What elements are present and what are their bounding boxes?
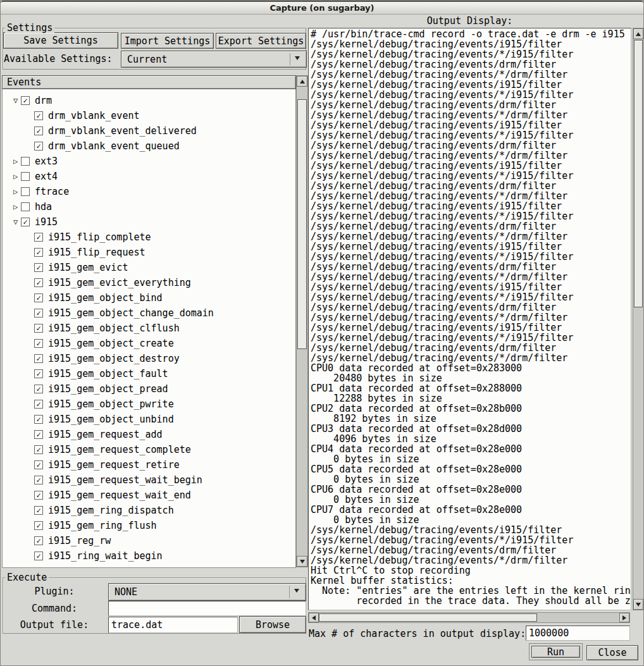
event-checkbox-checked[interactable]: ✓ — [34, 354, 43, 363]
event-checkbox-checked[interactable]: ✓ — [34, 339, 43, 348]
command-input[interactable] — [108, 601, 306, 616]
event-checkbox-unchecked[interactable] — [21, 172, 30, 181]
event-checkbox-checked[interactable]: ✓ — [21, 218, 30, 226]
tree-row-i915_gem_request_wait_begin[interactable]: ✓i915_gem_request_wait_begin — [3, 472, 295, 488]
tree-row-i915[interactable]: ▽✓i915 — [3, 214, 295, 230]
tree-expand-icon[interactable]: ▷ — [10, 157, 21, 166]
run-button[interactable]: Run — [531, 646, 580, 658]
event-checkbox-checked[interactable]: ✓ — [34, 248, 43, 257]
event-checkbox-checked[interactable]: ✓ — [34, 263, 43, 272]
tree-row-hda[interactable]: ▷hda — [3, 199, 295, 214]
event-checkbox-checked[interactable]: ✓ — [34, 142, 43, 151]
tree-row-drm_vblank_event_queued[interactable]: ✓drm_vblank_event_queued — [3, 139, 295, 154]
tree-expand-icon[interactable]: ▷ — [10, 172, 21, 181]
event-checkbox-checked[interactable]: ✓ — [21, 96, 30, 105]
events-scrollbar[interactable] — [296, 75, 308, 567]
tree-collapse-icon[interactable]: ▽ — [10, 96, 21, 105]
event-checkbox-checked[interactable]: ✓ — [34, 491, 43, 500]
event-checkbox-unchecked[interactable] — [21, 187, 30, 196]
tree-row-i915_reg_rw[interactable]: ✓i915_reg_rw — [3, 533, 295, 548]
events-scrollbar-thumb[interactable] — [297, 99, 307, 349]
tree-row-i915_gem_object_fault[interactable]: ✓i915_gem_object_fault — [3, 366, 295, 381]
scroll-up-button[interactable] — [297, 76, 307, 87]
tree-row-i915_gem_object_unbind[interactable]: ✓i915_gem_object_unbind — [3, 412, 295, 427]
event-checkbox-checked[interactable]: ✓ — [34, 430, 43, 439]
event-checkbox-checked[interactable]: ✓ — [34, 309, 43, 318]
tree-row-i915_gem_ring_dispatch[interactable]: ✓i915_gem_ring_dispatch — [3, 503, 295, 518]
event-checkbox-checked[interactable]: ✓ — [34, 415, 43, 424]
browse-button[interactable]: Browse — [239, 616, 306, 633]
tree-expand-icon[interactable]: ▷ — [10, 187, 21, 196]
window-titlebar[interactable]: Capture (on sugarbay) — [1, 1, 643, 15]
output-display-area[interactable]: # /usr/bin/trace-cmd record -o trace.dat… — [308, 28, 631, 610]
scroll-left-button[interactable] — [309, 613, 319, 622]
tree-row-i915_gem_object_bind[interactable]: ✓i915_gem_object_bind — [3, 290, 295, 305]
event-checkbox-checked[interactable]: ✓ — [34, 476, 43, 484]
max-chars-input[interactable] — [526, 626, 630, 641]
plugin-combo[interactable]: NONE — [108, 583, 306, 601]
event-checkbox-checked[interactable]: ✓ — [34, 521, 43, 530]
close-button[interactable]: Close — [586, 645, 638, 660]
event-label: i915_flip_complete — [48, 231, 151, 243]
event-checkbox-checked[interactable]: ✓ — [34, 126, 43, 135]
output-vertical-scrollbar[interactable] — [633, 28, 644, 610]
event-checkbox-checked[interactable]: ✓ — [34, 385, 43, 393]
tree-row-ext4[interactable]: ▷ext4 — [3, 169, 295, 184]
scroll-down-button[interactable] — [297, 556, 307, 567]
event-checkbox-checked[interactable]: ✓ — [34, 552, 43, 560]
event-checkbox-unchecked[interactable] — [21, 157, 30, 166]
tree-row-i915_gem_ring_flush[interactable]: ✓i915_gem_ring_flush — [3, 518, 295, 533]
scroll-right-button[interactable] — [619, 613, 629, 622]
event-checkbox-checked[interactable]: ✓ — [34, 506, 43, 515]
tree-row-i915_flip_request[interactable]: ✓i915_flip_request — [3, 245, 295, 260]
output-hscrollbar-thumb[interactable] — [319, 614, 537, 622]
save-settings-button[interactable]: Save Settings — [3, 32, 118, 49]
output-vscrollbar-thumb[interactable] — [634, 40, 643, 307]
tree-row-drm_vblank_event[interactable]: ✓drm_vblank_event — [3, 108, 295, 123]
tree-row-i915_gem_evict[interactable]: ✓i915_gem_evict — [3, 260, 295, 275]
export-settings-button[interactable]: Export Settings — [216, 33, 306, 49]
tree-row-i915_ring_wait_begin[interactable]: ✓i915_ring_wait_begin — [3, 548, 295, 564]
output-file-input[interactable] — [108, 617, 238, 633]
tree-row-i915_gem_evict_everything[interactable]: ✓i915_gem_evict_everything — [3, 275, 295, 290]
event-checkbox-checked[interactable]: ✓ — [34, 111, 43, 120]
tree-row-i915_gem_object_destroy[interactable]: ✓i915_gem_object_destroy — [3, 351, 295, 366]
tree-row-i915_gem_object_pread[interactable]: ✓i915_gem_object_pread — [3, 381, 295, 397]
event-label: drm_vblank_event_queued — [48, 140, 180, 152]
tree-collapse-icon[interactable]: ▽ — [10, 218, 21, 226]
arrow-right-icon — [622, 615, 629, 620]
tree-row-drm_vblank_event_delivered[interactable]: ✓drm_vblank_event_delivered — [3, 123, 295, 139]
tree-row-ftrace[interactable]: ▷ftrace — [3, 184, 295, 199]
tree-row-i915_gem_object_clflush[interactable]: ✓i915_gem_object_clflush — [3, 321, 295, 336]
scroll-down-button[interactable] — [633, 599, 643, 610]
event-checkbox-checked[interactable]: ✓ — [34, 460, 43, 469]
events-header-label: Events — [7, 77, 41, 88]
event-checkbox-checked[interactable]: ✓ — [34, 293, 43, 302]
tree-row-i915_gem_request_wait_end[interactable]: ✓i915_gem_request_wait_end — [3, 488, 295, 503]
import-settings-button[interactable]: Import Settings — [121, 33, 214, 49]
tree-row-ext3[interactable]: ▷ext3 — [3, 154, 295, 169]
tree-row-i915_flip_complete[interactable]: ✓i915_flip_complete — [3, 230, 295, 245]
events-list-header[interactable]: Events — [2, 75, 296, 89]
tree-row-i915_gem_request_retire[interactable]: ✓i915_gem_request_retire — [3, 457, 295, 472]
tree-row-i915_gem_request_complete[interactable]: ✓i915_gem_request_complete — [3, 442, 295, 457]
event-checkbox-checked[interactable]: ✓ — [34, 536, 43, 545]
available-settings-combo[interactable]: Current — [121, 51, 307, 68]
events-tree[interactable]: ▽✓drm✓drm_vblank_event✓drm_vblank_event_… — [2, 89, 296, 568]
event-checkbox-checked[interactable]: ✓ — [34, 233, 43, 242]
event-checkbox-unchecked[interactable] — [21, 202, 30, 211]
tree-expand-icon[interactable]: ▷ — [10, 202, 21, 211]
scroll-up-button[interactable] — [633, 28, 643, 39]
event-checkbox-checked[interactable]: ✓ — [34, 278, 43, 287]
output-horizontal-scrollbar[interactable] — [308, 612, 630, 623]
tree-row-drm[interactable]: ▽✓drm — [3, 93, 295, 108]
tree-row-i915_gem_object_pwrite[interactable]: ✓i915_gem_object_pwrite — [3, 397, 295, 412]
tree-row-i915_gem_request_add[interactable]: ✓i915_gem_request_add — [3, 427, 295, 442]
tree-row-i915_gem_object_create[interactable]: ✓i915_gem_object_create — [3, 336, 295, 351]
run-button-focus-ring: Run — [529, 643, 583, 660]
event-checkbox-checked[interactable]: ✓ — [34, 400, 43, 409]
event-checkbox-checked[interactable]: ✓ — [34, 445, 43, 454]
tree-row-i915_gem_object_change_domain[interactable]: ✓i915_gem_object_change_domain — [3, 305, 295, 321]
event-checkbox-checked[interactable]: ✓ — [34, 324, 43, 333]
event-checkbox-checked[interactable]: ✓ — [34, 369, 43, 378]
